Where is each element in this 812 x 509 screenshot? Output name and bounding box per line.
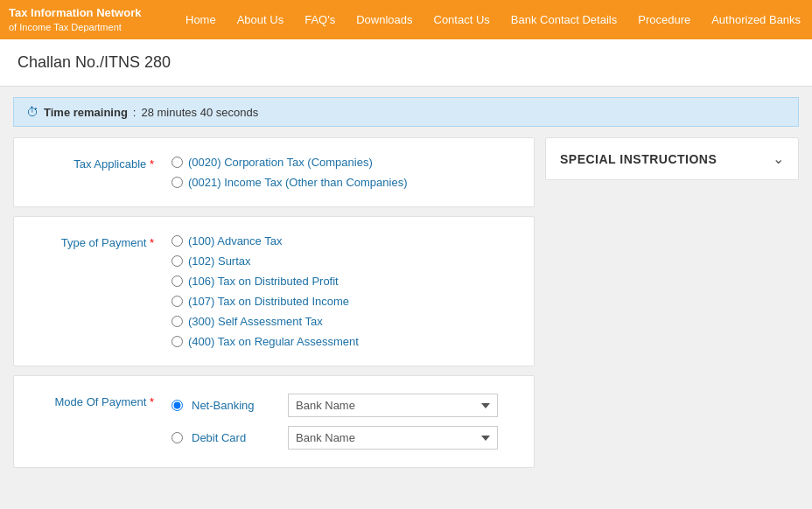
nav-item-bank-contact-details[interactable]: Bank Contact Details [500, 13, 627, 26]
timer-value: 28 minutes 40 seconds [141, 106, 258, 119]
tax-label-0020: (0020) Corporation Tax (Companies) [188, 156, 373, 169]
form-section: Tax Applicable * (0020) Corporation Tax … [13, 137, 535, 468]
tax-applicable-label: Tax Applicable * [32, 156, 154, 171]
type-of-payment-options: (100) Advance Tax(102) Surtax(106) Tax o… [172, 234, 359, 348]
special-instructions-toggle[interactable]: SPECIAL INSTRUCTIONS ⌄ [546, 138, 798, 179]
special-instructions-box: SPECIAL INSTRUCTIONS ⌄ [545, 137, 799, 180]
special-instructions-title: SPECIAL INSTRUCTIONS [560, 152, 717, 166]
tax-applicable-options: (0020) Corporation Tax (Companies)(0021)… [172, 156, 408, 189]
tax-applicable-option-0021[interactable]: (0021) Income Tax (Other than Companies) [172, 176, 408, 189]
right-panel: SPECIAL INSTRUCTIONS ⌄ [545, 137, 799, 468]
payment-type-label-100: (100) Advance Tax [188, 234, 282, 248]
timer-label: Time remaining [44, 106, 128, 119]
nav-item-contact-us[interactable]: Contact Us [424, 13, 500, 26]
nav-item-downloads[interactable]: Downloads [346, 13, 423, 26]
nav-item-authorized-banks[interactable]: Authorized Banks [701, 13, 811, 26]
type-of-payment-card: Type of Payment * (100) Advance Tax(102)… [13, 216, 535, 366]
nav: HomeAbout UsFAQ'sDownloadsContact UsBank… [175, 13, 812, 26]
page-title-bar: Challan No./ITNS 280 [0, 39, 812, 87]
payment-type-label-102: (102) Surtax [188, 254, 251, 268]
bank-name-select-debit-card[interactable]: Bank Name [288, 426, 498, 450]
mode-label-net-banking: Net-Banking [192, 399, 279, 412]
type-of-payment-label: Type of Payment * [32, 234, 154, 249]
payment-type-radio-102[interactable] [172, 255, 183, 267]
tax-label-0021: (0021) Income Tax (Other than Companies) [188, 176, 408, 189]
mode-label-debit-card: Debit Card [192, 431, 279, 444]
payment-type-radio-100[interactable] [172, 235, 183, 247]
required-marker: * [150, 157, 154, 171]
payment-type-option-106[interactable]: (106) Tax on Distributed Profit [172, 275, 359, 288]
payment-type-radio-107[interactable] [172, 296, 183, 307]
page-title: Challan No./ITNS 280 [18, 53, 171, 71]
payment-type-label-107: (107) Tax on Distributed Income [188, 295, 349, 308]
brand-title: Tax Information Network [9, 6, 175, 21]
payment-type-label-300: (300) Self Assessment Tax [188, 315, 323, 328]
clock-icon: ⏱ [26, 105, 38, 119]
payment-type-option-400[interactable]: (400) Tax on Regular Assessment [172, 335, 359, 348]
mode-of-payment-label: Mode Of Payment * [32, 394, 154, 408]
payment-type-radio-400[interactable] [172, 336, 183, 347]
payment-type-option-102[interactable]: (102) Surtax [172, 254, 359, 268]
payment-type-label-400: (400) Tax on Regular Assessment [188, 335, 359, 348]
payment-type-label-106: (106) Tax on Distributed Profit [188, 275, 339, 288]
mode-radio-net-banking[interactable] [172, 400, 183, 411]
mode-row-debit-card: Debit CardBank Name [172, 426, 498, 450]
payment-mode-grid: Net-BankingBank NameDebit CardBank Name [172, 394, 498, 450]
brand-subtitle: of Income Tax Department [9, 21, 175, 33]
bank-name-select-net-banking[interactable]: Bank Name [288, 394, 498, 417]
payment-type-radio-106[interactable] [172, 275, 183, 287]
nav-item-faqs[interactable]: FAQ's [294, 13, 346, 26]
brand: Tax Information Network of Income Tax De… [9, 6, 175, 33]
tax-radio-0021[interactable] [172, 177, 183, 188]
mode-of-payment-card: Mode Of Payment * Net-BankingBank NameDe… [13, 375, 535, 468]
payment-type-radio-300[interactable] [172, 316, 183, 327]
main-content: Tax Applicable * (0020) Corporation Tax … [0, 137, 812, 481]
tax-applicable-option-0020[interactable]: (0020) Corporation Tax (Companies) [172, 156, 408, 169]
chevron-down-icon: ⌄ [773, 150, 784, 167]
nav-item-procedure[interactable]: Procedure [627, 13, 701, 26]
required-marker-3: * [150, 395, 154, 408]
header: Tax Information Network of Income Tax De… [0, 0, 812, 39]
payment-type-option-300[interactable]: (300) Self Assessment Tax [172, 315, 359, 328]
required-marker-2: * [150, 236, 154, 249]
tax-applicable-card: Tax Applicable * (0020) Corporation Tax … [13, 137, 535, 207]
type-of-payment-row: Type of Payment * (100) Advance Tax(102)… [32, 234, 516, 348]
mode-row-net-banking: Net-BankingBank Name [172, 394, 498, 417]
mode-radio-debit-card[interactable] [172, 432, 183, 443]
timer-bar: ⏱ Time remaining: 28 minutes 40 seconds [13, 97, 799, 127]
payment-type-option-100[interactable]: (100) Advance Tax [172, 234, 359, 248]
tax-applicable-row: Tax Applicable * (0020) Corporation Tax … [32, 156, 516, 189]
nav-item-about-us[interactable]: About Us [227, 13, 294, 26]
payment-type-option-107[interactable]: (107) Tax on Distributed Income [172, 295, 359, 308]
tax-radio-0020[interactable] [172, 157, 183, 168]
mode-of-payment-row: Mode Of Payment * Net-BankingBank NameDe… [32, 394, 516, 450]
nav-item-home[interactable]: Home [175, 13, 227, 26]
